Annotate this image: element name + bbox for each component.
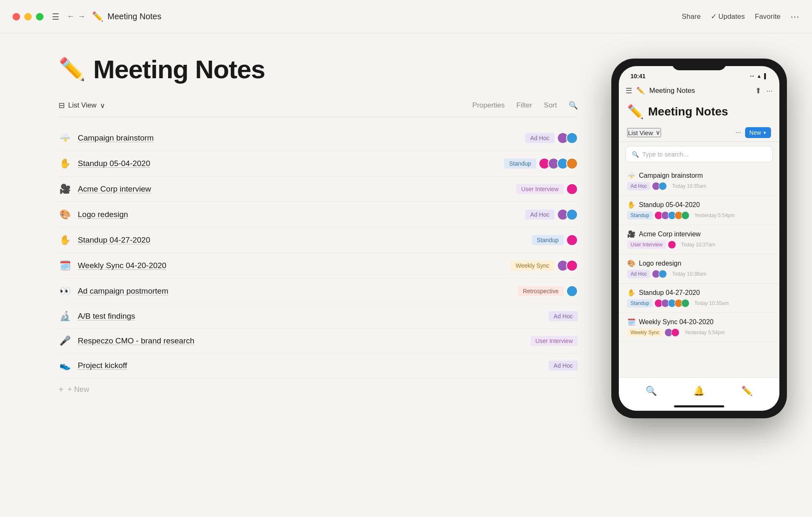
more-options-button[interactable]: ··· [791, 11, 799, 22]
item-title: Standup 04-27-2020 [78, 235, 532, 245]
phone-new-button[interactable]: New ▼ [745, 127, 771, 138]
phone-item-tag: Weekly Sync [627, 328, 663, 337]
toolbar: ⊟ List View ∨ Properties Filter Sort 🔍 [59, 101, 578, 117]
favorite-button[interactable]: Favorite [755, 13, 780, 21]
phone-list-item[interactable]: 🎥Acme Corp interviewUser InterviewToday … [619, 225, 779, 254]
phone-item-emoji: 🎨 [627, 259, 636, 267]
phone-nav-page-icon: ✏️ [636, 87, 645, 94]
phone-container: 10:41 ··· ▲ ▌ ☰ ✏️ Meeting Notes ⬆ [611, 42, 787, 509]
updates-button[interactable]: ✓ Updates [711, 12, 745, 21]
phone-screen: 10:41 ··· ▲ ▌ ☰ ✏️ Meeting Notes ⬆ [619, 66, 779, 411]
item-tag: Retrospective [518, 286, 564, 296]
new-item-row[interactable]: + + New [59, 378, 578, 401]
toolbar-right: Properties Filter Sort 🔍 [472, 101, 578, 110]
phone-item-avatars [654, 270, 667, 278]
check-icon: ✓ [711, 12, 717, 21]
item-avatars [541, 158, 578, 169]
list-item[interactable]: ✋Standup 04-27-2020Standup [59, 228, 578, 253]
phone-page-title-inner: ✏️ Meeting Notes [627, 104, 771, 120]
item-tag: User Interview [516, 184, 564, 194]
properties-button[interactable]: Properties [472, 101, 505, 110]
list-view-icon: ⊟ [59, 101, 65, 110]
search-icon[interactable]: 🔍 [569, 101, 578, 110]
phone-compose-icon[interactable]: ✏️ [741, 386, 753, 397]
item-tag: Ad Hoc [525, 133, 554, 143]
phone-list-item[interactable]: 🌩️Campaign brainstormAd HocToday 10:35am [619, 166, 779, 196]
updates-label: Updates [718, 13, 745, 21]
close-button[interactable] [13, 13, 20, 20]
phone-item-time: Today 10:37am [681, 242, 715, 248]
phone-list-item[interactable]: 🗓️Weekly Sync 04-20-2020Weekly SyncYeste… [619, 313, 779, 342]
phone-frame: 10:41 ··· ▲ ▌ ☰ ✏️ Meeting Notes ⬆ [611, 59, 787, 418]
phone-list-view-button[interactable]: List View ∨ [627, 128, 661, 137]
traffic-lights [13, 13, 43, 20]
list-item[interactable]: 👀Ad campaign postmortemRetrospective [59, 279, 578, 304]
phone-list-item[interactable]: ✋Standup 04-27-2020StandupToday 10:35am [619, 284, 779, 313]
avatar [566, 285, 578, 297]
phone-list-item[interactable]: ✋Standup 05-04-2020StandupYesterday 5:54… [619, 196, 779, 225]
phone-bell-icon[interactable]: 🔔 [693, 386, 705, 397]
phone-search-bottom-icon[interactable]: 🔍 [646, 386, 657, 397]
list-view-label: List View [68, 101, 97, 110]
hamburger-icon[interactable]: ☰ [52, 12, 59, 22]
page-title: ✏️ Meeting Notes [59, 54, 578, 84]
phone-list-item[interactable]: 🎨Logo redesignAd HocToday 10:38am [619, 254, 779, 284]
phone-search-bar[interactable]: 🔍 Type to search... [626, 146, 773, 162]
list-item[interactable]: 🎥Acme Corp interviewUser Interview [59, 177, 578, 202]
phone-item-title: Standup 05-04-2020 [639, 201, 700, 209]
minimize-button[interactable] [24, 13, 32, 20]
forward-arrow-icon[interactable]: → [78, 12, 85, 21]
phone-avatar [668, 241, 676, 249]
phone-nav-actions: ⬆ ··· [755, 86, 773, 95]
phone-time: 10:41 [631, 73, 646, 79]
item-tag: Weekly Sync [511, 261, 554, 271]
plus-icon: + [59, 385, 64, 394]
phone-item-title: Standup 04-27-2020 [639, 289, 700, 297]
title-bar-page-icon: ✏️ [92, 11, 103, 22]
list-item[interactable]: 🗓️Weekly Sync 04-20-2020Weekly Sync [59, 253, 578, 279]
title-bar-title: Meeting Notes [107, 12, 682, 21]
phone-more-icon[interactable]: ··· [766, 87, 773, 95]
list-item[interactable]: ✋Standup 05-04-2020Standup [59, 151, 578, 177]
maximize-button[interactable] [36, 13, 43, 20]
phone-share-icon[interactable]: ⬆ [755, 86, 761, 95]
list-view-button[interactable]: ⊟ List View ∨ [59, 101, 105, 110]
phone-item-title: Acme Corp interview [639, 230, 701, 238]
list-item[interactable]: 🔬A/B test findingsAd Hoc [59, 304, 578, 329]
phone-nav-title-text: Meeting Notes [649, 87, 695, 95]
phone-item-meta: User InterviewToday 10:37am [627, 241, 771, 249]
phone-item-meta: StandupYesterday 5:54pm [627, 211, 771, 220]
item-tag: Ad Hoc [525, 210, 554, 220]
filter-button[interactable]: Filter [516, 101, 532, 110]
item-title: Respeczo CMO - brand research [78, 336, 531, 346]
item-title: A/B test findings [78, 312, 549, 321]
phone-hamburger-icon[interactable]: ☰ [626, 86, 632, 95]
list-item[interactable]: 👟Project kickoffAd Hoc [59, 353, 578, 378]
list-item[interactable]: 🎤Respeczo CMO - brand researchUser Inter… [59, 329, 578, 353]
phone-toolbar-dots-button[interactable]: ··· [735, 129, 741, 136]
phone-page-emoji: ✏️ [627, 104, 644, 120]
list-item[interactable]: 🌩️Campaign brainstormAd Hoc [59, 125, 578, 151]
phone-item-tag: Standup [627, 211, 653, 220]
phone-item-title: Weekly Sync 04-20-2020 [639, 318, 713, 326]
list-item[interactable]: 🎨Logo redesignAd Hoc [59, 202, 578, 228]
avatar [566, 209, 578, 220]
phone-item-title: Campaign brainstorm [639, 172, 703, 179]
item-avatars [569, 183, 578, 195]
back-arrow-icon[interactable]: ← [67, 12, 74, 21]
phone-item-meta: Weekly SyncYesterday 5:54pm [627, 328, 771, 337]
phone-item-meta: Ad HocToday 10:35am [627, 182, 771, 190]
share-button[interactable]: Share [682, 13, 701, 21]
sort-button[interactable]: Sort [544, 101, 557, 110]
phone-home-indicator [674, 405, 724, 407]
phone-item-emoji: ✋ [627, 201, 636, 209]
phone-item-avatars [654, 182, 667, 190]
list-items: 🌩️Campaign brainstormAd Hoc✋Standup 05-0… [59, 125, 578, 378]
item-title: Logo redesign [78, 210, 525, 219]
phone-item-header: ✋Standup 05-04-2020 [627, 201, 771, 209]
phone-item-avatars [656, 299, 689, 307]
item-avatars [559, 209, 578, 220]
phone-toolbar: List View ∨ ··· New ▼ [619, 124, 779, 142]
phone-new-chevron-icon: ▼ [763, 131, 767, 135]
new-item-label: + New [68, 385, 89, 394]
